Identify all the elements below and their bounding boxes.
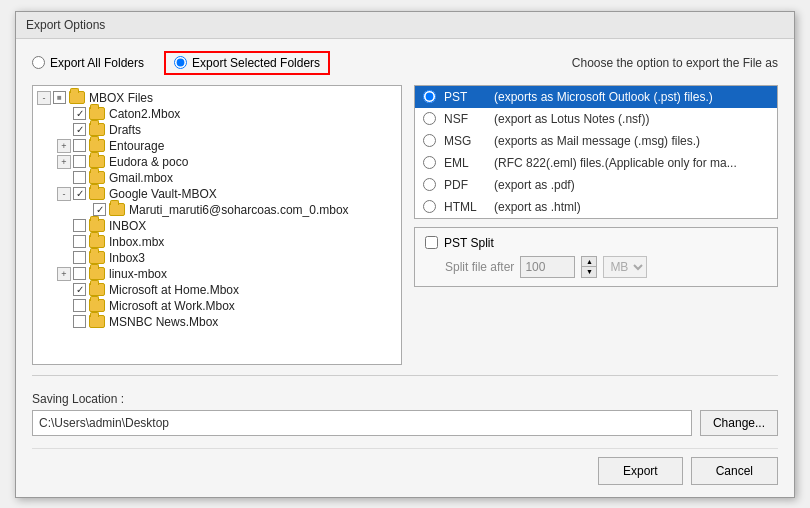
tree-checkbox[interactable]: [93, 203, 106, 216]
list-item[interactable]: Maruti_maruti6@soharcoas.com_0.mbox: [33, 202, 401, 218]
folder-panel[interactable]: - MBOX Files Caton2.Mbox: [32, 85, 402, 365]
export-selected-label: Export Selected Folders: [192, 56, 320, 70]
folder-icon: [89, 187, 105, 200]
html-radio[interactable]: [423, 200, 436, 213]
tree-item-label: Microsoft at Work.Mbox: [109, 299, 235, 313]
tree-checkbox[interactable]: [73, 283, 86, 296]
export-option-eml[interactable]: EML (RFC 822(.eml) files.(Applicable onl…: [415, 152, 777, 174]
cancel-button[interactable]: Cancel: [691, 457, 778, 485]
spin-up-button[interactable]: ▲: [582, 257, 596, 268]
tree-item-label: INBOX: [109, 219, 146, 233]
export-options-list: PST (exports as Microsoft Outlook (.pst)…: [414, 85, 778, 219]
change-button[interactable]: Change...: [700, 410, 778, 436]
tree-item-label: Inbox3: [109, 251, 145, 265]
tree-checkbox[interactable]: [73, 107, 86, 120]
pdf-radio[interactable]: [423, 178, 436, 191]
list-item[interactable]: - Google Vault-MBOX: [33, 186, 401, 202]
export-options-panel: PST (exports as Microsoft Outlook (.pst)…: [414, 85, 778, 365]
expand-icon[interactable]: -: [37, 91, 51, 105]
export-selected-radio[interactable]: [174, 56, 187, 69]
nsf-label: NSF: [444, 112, 494, 126]
main-content: - MBOX Files Caton2.Mbox: [32, 85, 778, 365]
pdf-label: PDF: [444, 178, 494, 192]
folder-icon: [89, 315, 105, 328]
folder-icon: [89, 235, 105, 248]
nsf-radio[interactable]: [423, 112, 436, 125]
tree-item-label: Drafts: [109, 123, 141, 137]
expand-icon[interactable]: -: [57, 187, 71, 201]
tree-item-label: Microsoft at Home.Mbox: [109, 283, 239, 297]
saving-label: Saving Location :: [32, 392, 778, 406]
list-item[interactable]: Inbox3: [33, 250, 401, 266]
tree-checkbox[interactable]: [73, 267, 86, 280]
folder-icon: [89, 267, 105, 280]
tree-item-label: MSNBC News.Mbox: [109, 315, 218, 329]
folder-tree: - MBOX Files Caton2.Mbox: [33, 86, 401, 334]
list-item[interactable]: Drafts: [33, 122, 401, 138]
list-item[interactable]: MSNBC News.Mbox: [33, 314, 401, 330]
export-option-html[interactable]: HTML (export as .html): [415, 196, 777, 218]
export-option-pdf[interactable]: PDF (export as .pdf): [415, 174, 777, 196]
export-selected-option[interactable]: Export Selected Folders: [164, 51, 330, 75]
export-mode-row: Export All Folders Export Selected Folde…: [32, 51, 778, 75]
choose-label: Choose the option to export the File as: [572, 56, 778, 70]
list-item[interactable]: Inbox.mbx: [33, 234, 401, 250]
list-item[interactable]: Gmail.mbox: [33, 170, 401, 186]
saving-section: Saving Location : Change...: [32, 384, 778, 436]
folder-icon: [89, 251, 105, 264]
nsf-desc: (export as Lotus Notes (.nsf)): [494, 112, 649, 126]
split-value-input[interactable]: [520, 256, 575, 278]
unit-select[interactable]: MB GB: [603, 256, 647, 278]
tree-checkbox[interactable]: [73, 299, 86, 312]
msg-radio[interactable]: [423, 134, 436, 147]
spin-down-button[interactable]: ▼: [582, 267, 596, 277]
pst-split-label: PST Split: [444, 236, 494, 250]
export-option-nsf[interactable]: NSF (export as Lotus Notes (.nsf)): [415, 108, 777, 130]
saving-path-input[interactable]: [32, 410, 692, 436]
export-all-option[interactable]: Export All Folders: [32, 56, 144, 70]
tree-item-label: Entourage: [109, 139, 164, 153]
pst-split-checkbox[interactable]: [425, 236, 438, 249]
tree-checkbox[interactable]: [73, 235, 86, 248]
tree-checkbox[interactable]: [73, 251, 86, 264]
pst-split-section: PST Split Split file after ▲ ▼ MB GB: [414, 227, 778, 287]
folder-icon: [89, 107, 105, 120]
list-item[interactable]: + Eudora & poco: [33, 154, 401, 170]
tree-item-label: Maruti_maruti6@soharcoas.com_0.mbox: [129, 203, 349, 217]
tree-checkbox[interactable]: [73, 123, 86, 136]
tree-item-label: Google Vault-MBOX: [109, 187, 217, 201]
folder-icon: [89, 139, 105, 152]
tree-checkbox[interactable]: [73, 315, 86, 328]
tree-checkbox[interactable]: [73, 171, 86, 184]
eml-radio[interactable]: [423, 156, 436, 169]
msg-label: MSG: [444, 134, 494, 148]
list-item[interactable]: + linux-mbox: [33, 266, 401, 282]
list-item[interactable]: - MBOX Files: [33, 90, 401, 106]
expand-icon[interactable]: +: [57, 155, 71, 169]
expand-icon[interactable]: +: [57, 139, 71, 153]
export-option-pst[interactable]: PST (exports as Microsoft Outlook (.pst)…: [415, 86, 777, 108]
pdf-desc: (export as .pdf): [494, 178, 575, 192]
pst-split-controls: Split file after ▲ ▼ MB GB: [425, 256, 767, 278]
msg-desc: (exports as Mail message (.msg) files.): [494, 134, 700, 148]
tree-checkbox[interactable]: [73, 155, 86, 168]
pst-radio[interactable]: [423, 90, 436, 103]
tree-item-label: Inbox.mbx: [109, 235, 164, 249]
tree-item-label: Gmail.mbox: [109, 171, 173, 185]
export-all-radio[interactable]: [32, 56, 45, 69]
expand-icon[interactable]: +: [57, 267, 71, 281]
dialog-title: Export Options: [16, 12, 794, 39]
list-item[interactable]: Caton2.Mbox: [33, 106, 401, 122]
list-item[interactable]: + Entourage: [33, 138, 401, 154]
tree-item-label: MBOX Files: [89, 91, 153, 105]
export-button[interactable]: Export: [598, 457, 683, 485]
eml-desc: (RFC 822(.eml) files.(Applicable only fo…: [494, 156, 737, 170]
tree-checkbox[interactable]: [73, 139, 86, 152]
export-option-msg[interactable]: MSG (exports as Mail message (.msg) file…: [415, 130, 777, 152]
list-item[interactable]: INBOX: [33, 218, 401, 234]
tree-checkbox[interactable]: [53, 91, 66, 104]
list-item[interactable]: Microsoft at Home.Mbox: [33, 282, 401, 298]
tree-checkbox[interactable]: [73, 187, 86, 200]
tree-checkbox[interactable]: [73, 219, 86, 232]
list-item[interactable]: Microsoft at Work.Mbox: [33, 298, 401, 314]
